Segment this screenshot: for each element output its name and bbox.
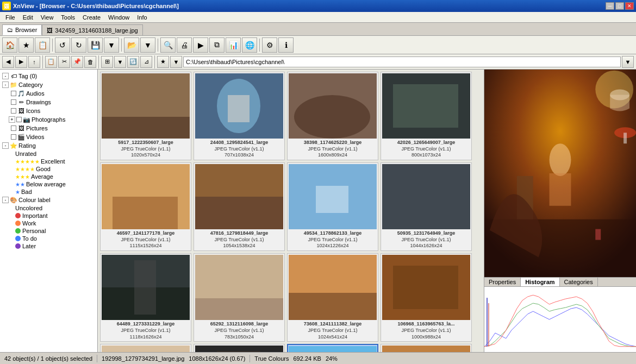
toolbar-open[interactable]: 📂	[124, 37, 139, 53]
drawings-cb[interactable]	[11, 99, 16, 105]
nav-sort[interactable]: 🔃	[127, 56, 139, 68]
toolbar-nav-dropdown[interactable]: ▼	[104, 37, 119, 53]
sidebar-item-audios[interactable]: 🎵 Audios	[0, 89, 97, 98]
sidebar-item-rating[interactable]: - ⭐ Rating	[0, 141, 97, 150]
sidebar-item-important[interactable]: Important	[0, 212, 97, 219]
tab-image[interactable]: 🖼 342459_1314603188_large.jpg	[42, 24, 142, 35]
toolbar-info[interactable]: ℹ	[278, 37, 294, 53]
tag-expander[interactable]: -	[2, 73, 9, 79]
work-label: Work	[22, 220, 36, 227]
minimize-button[interactable]: ─	[606, 2, 614, 10]
sidebar-item-good[interactable]: ★★★★ Good	[0, 165, 97, 173]
menu-window[interactable]: Window	[105, 13, 133, 22]
toolbar-compare[interactable]: ⧉	[209, 37, 225, 53]
sidebar-item-excellent[interactable]: ★★★★★ Excellent	[0, 158, 97, 165]
sidebar-item-todo[interactable]: To do	[0, 235, 97, 242]
colour-expander[interactable]: -	[2, 197, 9, 203]
list-item[interactable]: 193080_1180812449_la...JPEG TrueColor (v…	[381, 344, 472, 352]
list-item[interactable]: 192998_1279734291_la...JPEG TrueColor (v…	[287, 344, 378, 352]
list-item[interactable]: 49534_1178862133_largeJPEG TrueColor (v1…	[287, 162, 378, 251]
list-item[interactable]: 65292_1312116098_largeJPEG TrueColor (v1…	[194, 253, 285, 342]
nav-cut[interactable]: ✂	[58, 56, 70, 68]
audios-cb[interactable]	[11, 91, 16, 96]
toolbar-save[interactable]: 💾	[88, 37, 103, 53]
nav-dropdown[interactable]: ▼	[114, 56, 126, 68]
nav-star[interactable]: ★	[157, 56, 169, 68]
photos-expander[interactable]: +	[9, 116, 15, 123]
icons-cb[interactable]	[11, 108, 16, 114]
category-expander[interactable]: -	[2, 81, 9, 88]
nav-path-dropdown[interactable]: ▼	[170, 56, 182, 68]
menu-create[interactable]: Create	[79, 13, 104, 22]
list-item[interactable]: 38398_1174625220_largeJPEG TrueColor (v1…	[287, 72, 378, 160]
nav-path-go[interactable]: ▼	[622, 56, 634, 68]
nav-copy[interactable]: 📋	[45, 56, 57, 68]
list-item[interactable]: 5917_1222350607_largeJPEG TrueColor (v1.…	[100, 72, 191, 160]
sidebar-item-tag[interactable]: - 🏷 Tag (0)	[0, 72, 97, 80]
list-item[interactable]: 47816_1279818449_largeJPEG TrueColor (v1…	[194, 162, 285, 251]
toolbar-batch[interactable]: 📊	[226, 37, 241, 53]
tab-browser[interactable]: 🗂 Browser	[2, 24, 42, 35]
list-item[interactable]: 73608_1241111382_largeJPEG TrueColor (v1…	[287, 253, 378, 342]
videos-cb[interactable]	[11, 134, 16, 140]
list-item[interactable]: 24408_1295824541_largeJPEG TrueColor (v1…	[194, 72, 285, 160]
sidebar-item-uncolored[interactable]: Uncolored	[0, 204, 97, 212]
menu-info[interactable]: Info	[134, 13, 150, 22]
sidebar-item-drawings[interactable]: ✏ Drawings	[0, 98, 97, 106]
icons-label: Icons	[26, 108, 40, 114]
sidebar-item-average[interactable]: ★★★ Average	[0, 173, 97, 180]
toolbar-refresh2[interactable]: ↻	[71, 37, 86, 53]
nav-delete[interactable]: 🗑	[84, 56, 96, 68]
sidebar-item-below-average[interactable]: ★★ Below average	[0, 180, 97, 188]
sidebar-item-photographs[interactable]: + 📷 Photographs	[0, 115, 97, 124]
maximize-button[interactable]: □	[615, 2, 624, 10]
toolbar-slide[interactable]: ▶	[193, 37, 208, 53]
toolbar-open-dropdown[interactable]: ▼	[140, 37, 155, 53]
nav-paste[interactable]: 📌	[71, 56, 83, 68]
toolbar-view[interactable]: 📋	[35, 37, 50, 53]
path-bar[interactable]: C:\Users\thibaud\Pictures\cgchannel\	[183, 57, 621, 67]
sidebar-item-bad[interactable]: ★ Bad	[0, 188, 97, 196]
pictures-cb[interactable]	[11, 125, 16, 131]
sidebar-item-unrated[interactable]: Unrated	[0, 150, 97, 158]
sidebar-item-personal[interactable]: Personal	[0, 227, 97, 235]
list-item[interactable]: 125841_1166714058_la...JPEG TrueColor (v…	[100, 344, 191, 352]
toolbar-net[interactable]: 🌐	[242, 37, 257, 53]
menu-view[interactable]: View	[38, 13, 57, 22]
nav-forward[interactable]: ▶	[15, 56, 27, 68]
nav-back[interactable]: ◀	[2, 56, 14, 68]
list-item[interactable]: 64489_1273331229_largeJPEG TrueColor (v1…	[100, 253, 191, 342]
toolbar-home[interactable]: 🏠	[2, 37, 17, 53]
thumbnail-label: 106968_1163965763_la...JPEG TrueColor (v…	[397, 321, 454, 340]
nav-up[interactable]: ↑	[28, 56, 40, 68]
sidebar-item-videos[interactable]: 🎬 Videos	[0, 133, 97, 141]
menu-edit[interactable]: Edit	[20, 13, 36, 22]
menu-file[interactable]: File	[2, 13, 18, 22]
rating-expander[interactable]: -	[2, 142, 9, 149]
list-item[interactable]: 106968_1163965763_la...JPEG TrueColor (v…	[381, 253, 472, 342]
list-item[interactable]: 50935_1231764949_largeJPEG TrueColor (v1…	[381, 162, 472, 251]
list-item[interactable]: 46597_1241177178_largeJPEG TrueColor (v1…	[100, 162, 191, 251]
photos-cb[interactable]	[16, 117, 22, 122]
window-controls[interactable]: ─ □ ✕	[606, 2, 634, 10]
sidebar-item-pictures[interactable]: 🖼 Pictures	[0, 124, 97, 133]
tab-histogram[interactable]: Histogram	[521, 278, 559, 286]
toolbar-star[interactable]: ★	[18, 37, 34, 53]
nav-grid[interactable]: ⊞	[101, 56, 113, 68]
tab-properties[interactable]: Properties	[484, 278, 521, 286]
toolbar-refresh1[interactable]: ↺	[55, 37, 70, 53]
sidebar-item-category[interactable]: - 📁 Category	[0, 80, 97, 89]
toolbar-settings[interactable]: ⚙	[262, 37, 277, 53]
nav-filter[interactable]: ⊿	[140, 56, 152, 68]
menu-tools[interactable]: Tools	[58, 13, 78, 22]
list-item[interactable]: 160022_1205695844_la...JPEG TrueColor (v…	[194, 344, 285, 352]
sidebar-item-icons[interactable]: 🖼 Icons	[0, 106, 97, 115]
tab-categories[interactable]: Categories	[560, 278, 598, 286]
sidebar-item-work[interactable]: Work	[0, 219, 97, 227]
sidebar-item-colour-label[interactable]: - 🎨 Colour label	[0, 196, 97, 204]
close-button[interactable]: ✕	[625, 2, 634, 10]
toolbar-print[interactable]: 🖨	[177, 37, 192, 53]
sidebar-item-later[interactable]: Later	[0, 242, 97, 250]
list-item[interactable]: 42026_1265649007_largeJPEG TrueColor (v1…	[381, 72, 472, 160]
toolbar-search[interactable]: 🔍	[160, 37, 176, 53]
